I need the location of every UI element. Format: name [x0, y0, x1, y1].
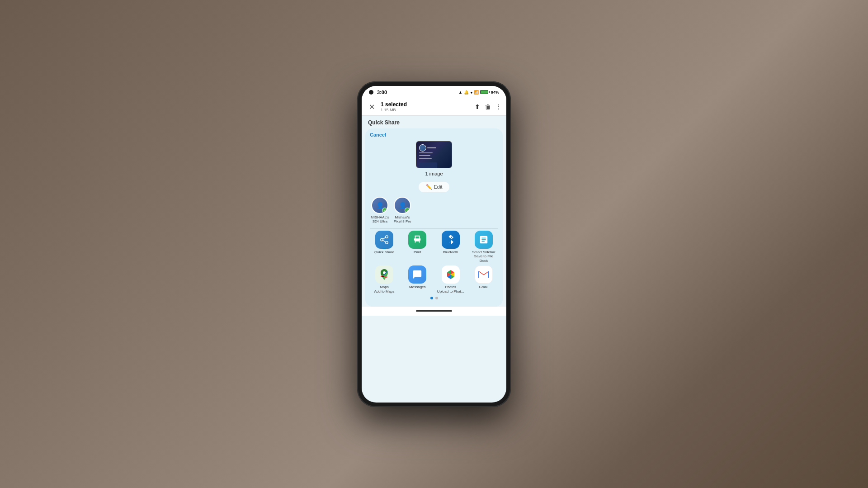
quick-share-label: Quick Share [374, 250, 394, 255]
svg-line-3 [383, 240, 386, 242]
smart-sidebar-icon [475, 231, 493, 249]
share-panel: Cancel [365, 128, 503, 307]
nav-area [362, 307, 506, 316]
app-item-gmail[interactable]: Gmail [470, 265, 497, 294]
home-indicator [416, 310, 452, 312]
device-badge-s24: ✓ [382, 208, 387, 213]
preview-line-3 [419, 158, 432, 159]
quick-share-header: Quick Share [362, 116, 506, 128]
pagination-dots [370, 297, 498, 299]
smart-sidebar-label: Smart SidebarSave to File Dock [470, 250, 497, 263]
status-time: 3:00 [377, 90, 387, 95]
device-avatar-s24: 👤 ✓ [371, 197, 388, 214]
phone-screen: 3:00 ▲ 🔔 ⬥ 📶 94% ✕ 1 selected 1.15 MB [362, 86, 506, 403]
app-item-smart-sidebar[interactable]: Smart SidebarSave to File Dock [470, 231, 497, 263]
wifi-icon: 📶 [474, 90, 479, 95]
dot-active [430, 297, 433, 299]
status-right: ▲ 🔔 ⬥ 📶 94% [458, 90, 499, 95]
preview-thumbnail [416, 141, 452, 168]
battery-tip [489, 91, 490, 93]
app-item-photos[interactable]: PhotosUpload to Phot... [437, 265, 464, 294]
svg-point-1 [381, 238, 383, 241]
app-item-quick-share[interactable]: Quick Share [371, 231, 398, 263]
device-name-s24: MISHAAL'sS24 Ultra [371, 215, 389, 224]
selection-info: 1 selected 1.15 MB [381, 101, 471, 112]
svg-point-2 [386, 241, 388, 244]
messages-icon [408, 265, 426, 284]
devices-row: 👤 ✓ MISHAAL'sS24 Ultra 👤 ✓ Mishaal' [370, 197, 498, 224]
cancel-button[interactable]: Cancel [370, 132, 498, 137]
svg-point-0 [386, 236, 388, 238]
photos-label: PhotosUpload to Phot... [437, 285, 464, 294]
maps-icon [375, 265, 393, 284]
selection-title: 1 selected [381, 101, 471, 108]
device-item-pixel[interactable]: 👤 ✓ Mishaal'sPixel 8 Pro [394, 197, 411, 224]
photos-icon [442, 265, 460, 284]
gmail-icon [475, 265, 493, 284]
battery-bar [480, 90, 488, 94]
close-button[interactable]: ✕ [366, 101, 377, 112]
camera-hole [369, 90, 373, 95]
more-button[interactable]: ⋮ [495, 103, 502, 110]
quick-share-pin [382, 248, 386, 249]
apps-row-2: MapsAdd to Maps Messages [370, 265, 498, 294]
apps-row-1: Quick Share Print [370, 231, 498, 263]
device-item-s24[interactable]: 👤 ✓ MISHAAL'sS24 Ultra [371, 197, 389, 224]
edit-button[interactable]: ✏️ Edit [419, 182, 450, 192]
battery-indicator [480, 90, 490, 94]
status-bar: 3:00 ▲ 🔔 ⬥ 📶 94% [362, 86, 506, 99]
bluetooth-icon [442, 231, 460, 249]
dot-inactive [435, 297, 438, 299]
print-icon [408, 231, 426, 249]
bluetooth-status-icon: ⬥ [470, 90, 472, 95]
quick-share-title: Quick Share [368, 119, 400, 126]
app-item-messages[interactable]: Messages [404, 265, 431, 294]
app-item-maps[interactable]: MapsAdd to Maps [371, 265, 398, 294]
notification-icon: 🔔 [464, 90, 469, 95]
app-item-bluetooth[interactable]: Bluetooth [437, 231, 464, 263]
device-badge-pixel: ✓ [405, 208, 410, 213]
top-actions: ⬆ 🗑 ⋮ [475, 103, 502, 110]
preview-thumb-inner [416, 142, 452, 168]
battery-percent: 94% [491, 90, 499, 95]
phone-frame: 3:00 ▲ 🔔 ⬥ 📶 94% ✕ 1 selected 1.15 MB [357, 81, 511, 407]
divider-1 [370, 228, 498, 229]
maps-label: MapsAdd to Maps [374, 285, 395, 294]
quick-share-icon [375, 231, 393, 249]
image-count: 1 image [425, 171, 443, 176]
device-name-pixel: Mishaal'sPixel 8 Pro [394, 215, 411, 224]
svg-line-4 [383, 237, 386, 239]
edit-label: Edit [434, 184, 443, 190]
preview-line-1 [419, 152, 433, 153]
signal-icon: ▲ [458, 90, 462, 95]
gmail-label: Gmail [479, 285, 489, 289]
top-action-bar: ✕ 1 selected 1.15 MB ⬆ 🗑 ⋮ [362, 99, 506, 116]
device-avatar-pixel: 👤 ✓ [394, 197, 411, 214]
selection-size: 1.15 MB [381, 108, 471, 112]
preview-line-2 [419, 155, 430, 156]
preview-avatar [419, 144, 426, 152]
edit-icon: ✏️ [426, 184, 432, 190]
app-item-print[interactable]: Print [404, 231, 431, 263]
edit-btn-wrapper: ✏️ Edit [370, 180, 498, 197]
status-left: 3:00 [369, 90, 387, 95]
messages-label: Messages [409, 285, 425, 289]
image-preview: 1 image [370, 141, 498, 176]
bluetooth-label: Bluetooth [443, 250, 458, 255]
print-label: Print [414, 250, 421, 255]
share-button[interactable]: ⬆ [475, 103, 480, 110]
delete-button[interactable]: 🗑 [485, 103, 491, 110]
